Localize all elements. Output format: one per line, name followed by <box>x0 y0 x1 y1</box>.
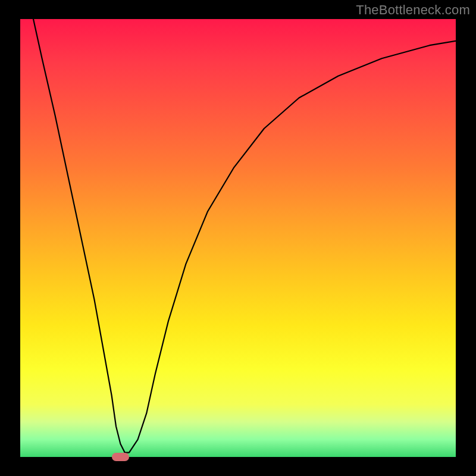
watermark-text: TheBottleneck.com <box>356 2 470 18</box>
chart-frame: TheBottleneck.com <box>0 0 476 476</box>
optimal-point-marker <box>112 453 129 462</box>
plot-area <box>20 19 456 457</box>
curve-layer <box>20 19 456 457</box>
bottleneck-curve <box>33 19 456 453</box>
